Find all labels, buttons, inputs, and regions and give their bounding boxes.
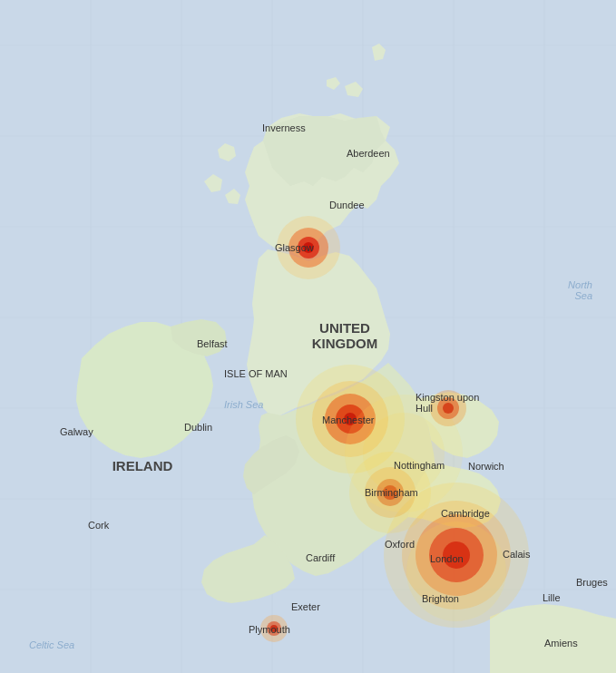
svg-point-33	[363, 413, 445, 494]
map-container: Inverness Aberdeen Dundee Glasgow Belfas…	[0, 0, 616, 673]
svg-point-27	[303, 242, 314, 253]
svg-point-36	[443, 403, 454, 414]
svg-point-39	[270, 625, 278, 632]
svg-point-40	[406, 522, 506, 621]
map-svg	[0, 0, 616, 673]
